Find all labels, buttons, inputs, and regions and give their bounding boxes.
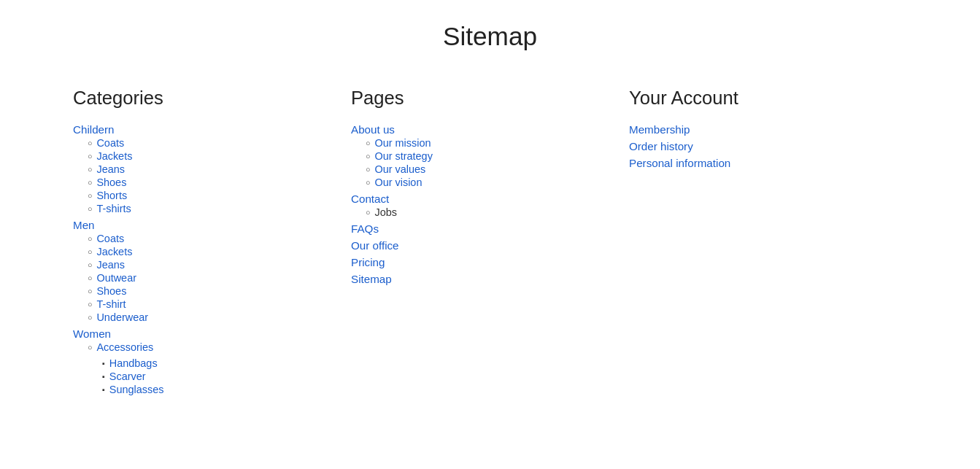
list-item: Sunglasses	[102, 384, 351, 395]
list-item: Accessories	[88, 341, 351, 353]
our-strategy-link[interactable]: Our strategy	[374, 150, 432, 162]
faqs-link[interactable]: FAQs	[351, 222, 629, 235]
contact-section: Contact Jobs	[351, 193, 629, 218]
categories-heading: Categories	[73, 88, 351, 109]
list-item: Handbags	[102, 357, 351, 369]
contact-list: Jobs	[351, 206, 629, 218]
order-history-link[interactable]: Order history	[629, 140, 907, 152]
sitemap-section: Sitemap	[351, 273, 629, 285]
list-item: T-shirts	[88, 203, 351, 214]
list-item: Coats	[88, 233, 351, 244]
about-us-list: Our mission Our strategy Our values Our …	[351, 137, 629, 188]
women-list: Accessories	[73, 341, 351, 353]
list-item: Underwear	[88, 311, 351, 323]
sunglasses-link[interactable]: Sunglasses	[109, 384, 164, 395]
jackets-link[interactable]: Jackets	[96, 150, 132, 162]
list-item: Outwear	[88, 272, 351, 284]
list-item: Shoes	[88, 285, 351, 297]
list-item: Jeans	[88, 259, 351, 271]
jobs-text: Jobs	[374, 206, 397, 218]
handbags-link[interactable]: Handbags	[109, 357, 158, 369]
men-shoes-link[interactable]: Shoes	[96, 285, 126, 297]
women-link[interactable]: Women	[73, 327, 351, 340]
pages-heading: Pages	[351, 88, 629, 109]
sitemap-link[interactable]: Sitemap	[351, 273, 629, 285]
list-item: Jobs	[366, 206, 629, 218]
jeans-link[interactable]: Jeans	[96, 163, 125, 175]
about-us-link[interactable]: About us	[351, 123, 629, 136]
women-section: Women Accessories Handbags Scarver Sungl…	[73, 327, 351, 395]
list-item: Our values	[366, 163, 629, 175]
list-item: Our strategy	[366, 150, 629, 162]
account-column: Your Account Membership Order history Pe…	[629, 88, 907, 400]
men-link[interactable]: Men	[73, 219, 351, 231]
coats-link[interactable]: Coats	[96, 137, 124, 149]
men-list: Coats Jackets Jeans Outwear Shoes T-shir…	[73, 233, 351, 323]
list-item: Jeans	[88, 163, 351, 175]
membership-link[interactable]: Membership	[629, 123, 907, 136]
contact-link[interactable]: Contact	[351, 193, 629, 205]
tshirts-link[interactable]: T-shirts	[96, 203, 131, 214]
order-history-item: Order history	[629, 140, 907, 152]
childern-section: Childern Coats Jackets Jeans Shoes Short…	[73, 123, 351, 214]
membership-item: Membership	[629, 123, 907, 136]
list-item: Scarver	[102, 371, 351, 382]
men-coats-link[interactable]: Coats	[96, 233, 124, 244]
list-item: Jackets	[88, 246, 351, 257]
personal-info-item: Personal information	[629, 157, 907, 169]
list-item: Our vision	[366, 177, 629, 188]
shoes-link[interactable]: Shoes	[96, 177, 126, 188]
men-underwear-link[interactable]: Underwear	[96, 311, 148, 323]
our-mission-link[interactable]: Our mission	[374, 137, 431, 149]
men-section: Men Coats Jackets Jeans Outwear Shoes T-…	[73, 219, 351, 323]
account-heading: Your Account	[629, 88, 907, 109]
men-tshirt-link[interactable]: T-shirt	[96, 298, 126, 310]
men-outwear-link[interactable]: Outwear	[96, 272, 136, 284]
our-vision-link[interactable]: Our vision	[374, 177, 422, 188]
accessories-link[interactable]: Accessories	[96, 341, 153, 353]
our-office-section: Our office	[351, 239, 629, 252]
our-office-link[interactable]: Our office	[351, 239, 629, 252]
list-item: Coats	[88, 137, 351, 149]
faqs-section: FAQs	[351, 222, 629, 235]
categories-column: Categories Childern Coats Jackets Jeans …	[73, 88, 351, 400]
personal-info-link[interactable]: Personal information	[629, 157, 907, 169]
sitemap-container: Categories Childern Coats Jackets Jeans …	[15, 88, 965, 400]
men-jackets-link[interactable]: Jackets	[96, 246, 132, 257]
our-values-link[interactable]: Our values	[374, 163, 425, 175]
list-item: Jackets	[88, 150, 351, 162]
scarver-link[interactable]: Scarver	[109, 371, 146, 382]
pages-column: Pages About us Our mission Our strategy …	[351, 88, 629, 400]
men-jeans-link[interactable]: Jeans	[96, 259, 125, 271]
page-title: Sitemap	[15, 22, 965, 51]
childern-list: Coats Jackets Jeans Shoes Shorts T-shirt…	[73, 137, 351, 214]
pricing-section: Pricing	[351, 256, 629, 268]
list-item: Shoes	[88, 177, 351, 188]
childern-link[interactable]: Childern	[73, 123, 351, 136]
about-us-section: About us Our mission Our strategy Our va…	[351, 123, 629, 188]
shorts-link[interactable]: Shorts	[96, 190, 127, 201]
accessories-sublist: Handbags Scarver Sunglasses	[88, 357, 351, 395]
list-item: Shorts	[88, 190, 351, 201]
list-item: Our mission	[366, 137, 629, 149]
pricing-link[interactable]: Pricing	[351, 256, 629, 268]
list-item: T-shirt	[88, 298, 351, 310]
